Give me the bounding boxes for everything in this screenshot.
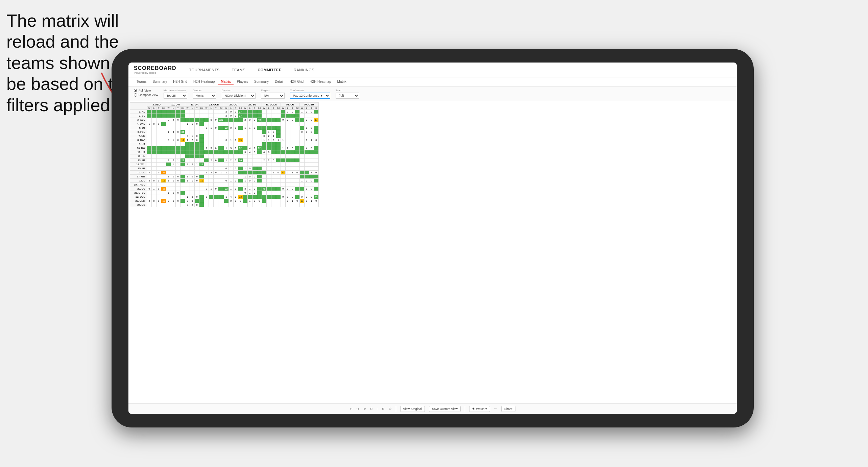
matrix-cell	[180, 150, 185, 154]
subnav-h2h-grid2[interactable]: H2H Grid	[287, 79, 306, 85]
row-label: 7. UM	[130, 134, 147, 138]
matrix-cell	[152, 154, 156, 158]
matrix-cell	[266, 154, 271, 158]
matrix-cell: 0	[195, 179, 199, 183]
matrix-area[interactable]: 3. ASU 10. UW 11. UA 22. UCB 24. UO 27. …	[128, 101, 737, 403]
matrix-cell	[218, 122, 224, 126]
matrix-cell	[252, 183, 257, 187]
matrix-cell: 1	[266, 171, 271, 175]
matrix-cell	[252, 163, 257, 167]
matrix-cell: 1	[166, 179, 171, 183]
matrix-cell	[276, 150, 281, 154]
clock-btn[interactable]: ⏱	[389, 407, 392, 411]
undo-btn[interactable]: ↩	[350, 407, 353, 411]
subnav-detail[interactable]: Detail	[272, 79, 286, 85]
matrix-cell	[199, 114, 204, 118]
matrix-cell	[238, 122, 243, 126]
radio-compact-view[interactable]: Compact View	[134, 93, 158, 97]
matrix-cell	[224, 199, 228, 203]
matrix-cell	[161, 118, 166, 122]
matrix-cell	[276, 191, 281, 195]
matrix-cell: 1	[147, 122, 152, 126]
zoom-in-btn[interactable]: ⊕	[382, 407, 385, 411]
matrix-cell	[281, 167, 285, 171]
matrix-cell	[195, 142, 199, 146]
subnav-teams[interactable]: Teams	[134, 79, 149, 85]
matrix-cell	[299, 126, 304, 130]
col-ucla: 31. UCLA	[262, 103, 281, 107]
matrix-cell	[238, 142, 243, 146]
matrix-cell: 3	[243, 150, 247, 154]
matrix-cell: 0	[266, 150, 271, 154]
matrix-cell: -21	[161, 199, 166, 203]
more-options-btn[interactable]: ⋯	[494, 407, 497, 411]
matrix-cell	[224, 134, 228, 138]
subnav-players[interactable]: Players	[234, 79, 251, 85]
matrix-cell	[238, 154, 243, 158]
nav-rankings[interactable]: RANKINGS	[291, 67, 317, 73]
matrix-cell	[209, 195, 214, 199]
redo-btn[interactable]: ↪	[357, 407, 359, 411]
matrix-cell	[257, 195, 262, 199]
team-select[interactable]: (All)	[336, 93, 359, 99]
matrix-cell	[271, 163, 276, 167]
matrix-cell	[309, 163, 314, 167]
max-teams-select[interactable]: Top 25 Top 10 Top 50	[164, 93, 187, 99]
refresh-btn[interactable]: ↻	[363, 407, 366, 411]
gender-select[interactable]: Men's Women's	[193, 93, 216, 99]
subnav-h2h-heatmap2[interactable]: H2H Heatmap	[307, 79, 334, 85]
watch-label: 👁 Watch ▾	[472, 407, 487, 411]
row-label: 4. UNC	[130, 122, 147, 126]
zoom-out-btn[interactable]: ⊖	[370, 407, 373, 411]
matrix-cell	[290, 191, 295, 195]
matrix-cell	[271, 175, 276, 179]
radio-full-view[interactable]: Full View	[134, 89, 158, 92]
matrix-cell	[180, 146, 185, 150]
matrix-cell	[299, 203, 304, 207]
watch-btn[interactable]: 👁 Watch ▾	[469, 406, 490, 412]
matrix-cell	[204, 122, 209, 126]
share-btn[interactable]: Share	[501, 406, 515, 412]
subnav-h2h-heatmap[interactable]: H2H Heatmap	[191, 79, 217, 85]
nav-committee[interactable]: COMMITTEE	[255, 67, 284, 73]
matrix-cell: 2	[190, 138, 195, 142]
matrix-cell: 1	[285, 110, 290, 114]
matrix-cell	[218, 183, 224, 187]
matrix-cell	[281, 126, 285, 130]
matrix-cell	[247, 163, 252, 167]
matrix-cell	[209, 130, 214, 134]
matrix-cell: 2	[309, 171, 314, 175]
matrix-cell	[247, 114, 252, 118]
conference-select[interactable]: Pac-12 Conference ▼ (All)	[290, 93, 330, 99]
matrix-cell: 0	[252, 126, 257, 130]
matrix-cell: 1	[152, 187, 156, 191]
matrix-cell	[281, 203, 285, 207]
matrix-cell: 1	[233, 126, 238, 130]
matrix-cell: 0	[271, 130, 276, 134]
matrix-cell	[152, 110, 156, 114]
subnav-matrix[interactable]: Matrix	[218, 79, 233, 85]
save-custom-btn[interactable]: Save Custom View	[429, 406, 461, 412]
matrix-cell	[204, 130, 209, 134]
matrix-cell	[152, 150, 156, 154]
division-select[interactable]: NCAA Division I NCAA Division II NCAA Di…	[222, 93, 256, 99]
nav-teams[interactable]: TEAMS	[229, 67, 248, 73]
subnav-summary[interactable]: Summary	[150, 79, 170, 85]
matrix-cell: 0	[252, 179, 257, 183]
view-original-btn[interactable]: View: Original	[400, 406, 425, 412]
subnav-matrix2[interactable]: Matrix	[335, 79, 349, 85]
matrix-cell	[156, 146, 161, 150]
matrix-cell: 0	[233, 110, 238, 114]
subnav-summary2[interactable]: Summary	[251, 79, 271, 85]
matrix-cell: 0	[304, 179, 309, 183]
matrix-cell	[262, 195, 266, 199]
matrix-cell: 0	[309, 179, 314, 183]
matrix-cell: 0	[156, 179, 161, 183]
matrix-cell: 11	[161, 179, 166, 183]
region-select[interactable]: N/A East West	[261, 93, 285, 99]
matrix-cell: 0	[233, 138, 238, 142]
subnav-h2h-grid[interactable]: H2H Grid	[170, 79, 190, 85]
matrix-cell	[257, 191, 262, 195]
nav-tournaments[interactable]: TOURNAMENTS	[187, 67, 222, 73]
matrix-cell	[180, 199, 185, 203]
